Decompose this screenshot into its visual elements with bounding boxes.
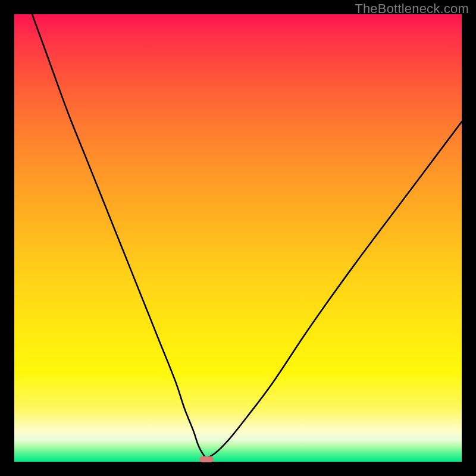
curve-svg [14,14,462,462]
minimum-marker [199,456,214,462]
plot-area [14,14,462,462]
chart-container: TheBottleneck.com [0,0,476,476]
bottleneck-curve-path [32,14,462,457]
